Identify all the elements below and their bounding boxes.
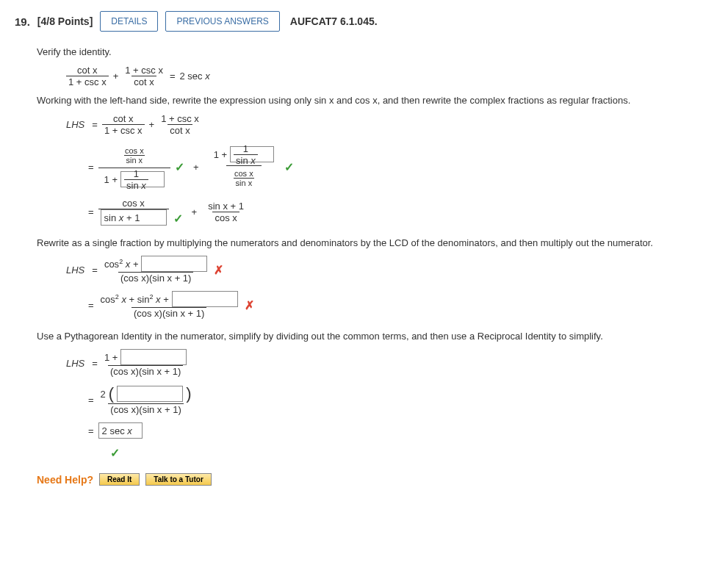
input-value-den: sin x bbox=[234, 154, 258, 166]
lhs-label: LHS bbox=[66, 358, 84, 369]
frac-den: (cos x)(sin x + 1) bbox=[108, 403, 183, 415]
frac-den: sin x bbox=[124, 155, 145, 165]
question-number: 19. bbox=[15, 15, 30, 28]
answer-input[interactable] bbox=[117, 386, 183, 402]
cos2-sin2-plus-text: cos2 x + sin2 x + bbox=[101, 293, 169, 305]
input-value-den: sin x bbox=[124, 179, 148, 191]
previous-answers-button[interactable]: PREVIOUS ANSWERS bbox=[165, 11, 279, 32]
frac-num: 1 + csc x bbox=[159, 113, 201, 124]
answer-input[interactable] bbox=[120, 349, 187, 365]
check-icon: ✓ bbox=[173, 212, 183, 226]
lhs-label: LHS bbox=[66, 119, 84, 130]
input-value-num: 1 bbox=[241, 143, 251, 154]
cross-icon: ✗ bbox=[245, 298, 254, 312]
need-help-label: Need Help? bbox=[37, 474, 93, 486]
points-label: [4/8 Points] bbox=[37, 15, 93, 27]
check-icon: ✓ bbox=[175, 160, 184, 174]
frac-den: cos x bbox=[212, 212, 239, 223]
answer-input[interactable]: 2 sec x bbox=[98, 422, 143, 439]
frac-num: cos x bbox=[232, 169, 256, 178]
equals-sign: = bbox=[88, 162, 94, 173]
pythag-step2: = 2( ) (cos x)(sin x + 1) bbox=[88, 384, 713, 415]
answer-input[interactable] bbox=[172, 291, 238, 307]
frac-num: cos x bbox=[123, 146, 146, 155]
answer-input[interactable]: 1 sin x bbox=[230, 146, 274, 162]
plus-sign: + bbox=[113, 71, 119, 82]
equals-sign: = bbox=[88, 300, 94, 311]
equals-sign: = bbox=[88, 395, 94, 406]
input-value: 2 sec x bbox=[102, 425, 132, 436]
verify-prompt: Verify the identity. bbox=[37, 46, 713, 57]
one-plus-text: 1 + bbox=[104, 352, 118, 363]
question-reference: AUFCAT7 6.1.045. bbox=[290, 15, 378, 27]
frac-den: cot x bbox=[167, 124, 192, 136]
cross-icon: ✗ bbox=[214, 263, 223, 277]
plus-sign: + bbox=[192, 206, 198, 217]
talk-to-tutor-button[interactable]: Talk to a Tutor bbox=[145, 473, 211, 486]
question-header: 19. [4/8 Points] DETAILS PREVIOUS ANSWER… bbox=[15, 11, 713, 32]
open-paren: ( bbox=[109, 384, 114, 403]
rhs-text: 2 sec x bbox=[180, 71, 210, 82]
frac-num: cot x bbox=[111, 113, 135, 124]
plus-sign: + bbox=[149, 119, 155, 130]
input-value: sin x + 1 bbox=[104, 212, 140, 223]
frac-den: 1 + csc x bbox=[102, 124, 145, 136]
equals-sign: = bbox=[92, 264, 98, 276]
close-paren: ) bbox=[186, 384, 191, 403]
check-icon: ✓ bbox=[110, 447, 120, 459]
plus-sign: + bbox=[193, 162, 199, 173]
rewrite-instruction: Rewrite as a single fraction by multiply… bbox=[37, 237, 713, 248]
frac-den: (cos x)(sin x + 1) bbox=[118, 272, 193, 284]
frac-den: 1 + csc x bbox=[66, 76, 109, 87]
details-button[interactable]: DETAILS bbox=[100, 11, 158, 32]
final-step: = 2 sec x bbox=[88, 422, 713, 439]
simplified-fraction-step: = cos x sin x + 1 ✓ + sin x + 1 cos x bbox=[88, 198, 713, 226]
working-instruction: Working with the left-hand side, rewrite… bbox=[37, 95, 713, 106]
frac-den: sin x bbox=[234, 178, 255, 187]
read-it-button[interactable]: Read It bbox=[99, 473, 140, 486]
equals-sign: = bbox=[88, 425, 94, 436]
one-plus-text: 1 + bbox=[214, 149, 227, 160]
equals-sign: = bbox=[92, 119, 98, 130]
answer-input[interactable]: sin x + 1 bbox=[101, 209, 167, 226]
one-plus-text: 1 + bbox=[104, 174, 118, 185]
help-row: Need Help? Read It Talk to a Tutor bbox=[37, 473, 713, 486]
cos2-plus-text: cos2 x + bbox=[104, 258, 139, 270]
frac-num: sin x + 1 bbox=[206, 201, 246, 212]
identity-equation: cot x 1 + csc x + 1 + csc x cot x = 2 se… bbox=[66, 65, 713, 87]
single-fraction-step1: LHS = cos2 x + (cos x)(sin x + 1) ✗ bbox=[66, 256, 713, 284]
check-icon: ✓ bbox=[284, 160, 294, 174]
equals-sign: = bbox=[92, 358, 98, 369]
question-content: Verify the identity. cot x 1 + csc x + 1… bbox=[37, 46, 713, 486]
frac-num: cos x bbox=[120, 198, 146, 209]
input-value-num: 1 bbox=[131, 168, 141, 179]
single-fraction-step2: = cos2 x + sin2 x + (cos x)(sin x + 1) ✗ bbox=[88, 291, 713, 319]
frac-den: (cos x)(sin x + 1) bbox=[108, 365, 183, 377]
pythag-instruction: Use a Pythagorean Identity in the numera… bbox=[37, 331, 713, 342]
frac-den: cot x bbox=[131, 76, 156, 87]
pythag-step1: LHS = 1 + (cos x)(sin x + 1) bbox=[66, 349, 713, 377]
equals-sign: = bbox=[170, 71, 176, 82]
two-text: 2 bbox=[101, 389, 106, 400]
answer-input[interactable] bbox=[141, 256, 207, 272]
frac-num: 1 + csc x bbox=[123, 65, 165, 76]
answer-input[interactable]: 1 sin x bbox=[120, 171, 165, 187]
equals-sign: = bbox=[88, 206, 94, 217]
complex-fraction-step: = cos x sin x 1 + 1 sin x ✓ + bbox=[88, 143, 713, 190]
lhs-label: LHS bbox=[66, 264, 84, 276]
frac-den: (cos x)(sin x + 1) bbox=[131, 307, 206, 319]
lhs-step1: LHS = cot x 1 + csc x + 1 + csc x cot x bbox=[66, 113, 713, 136]
frac-num: cot x bbox=[75, 65, 99, 76]
